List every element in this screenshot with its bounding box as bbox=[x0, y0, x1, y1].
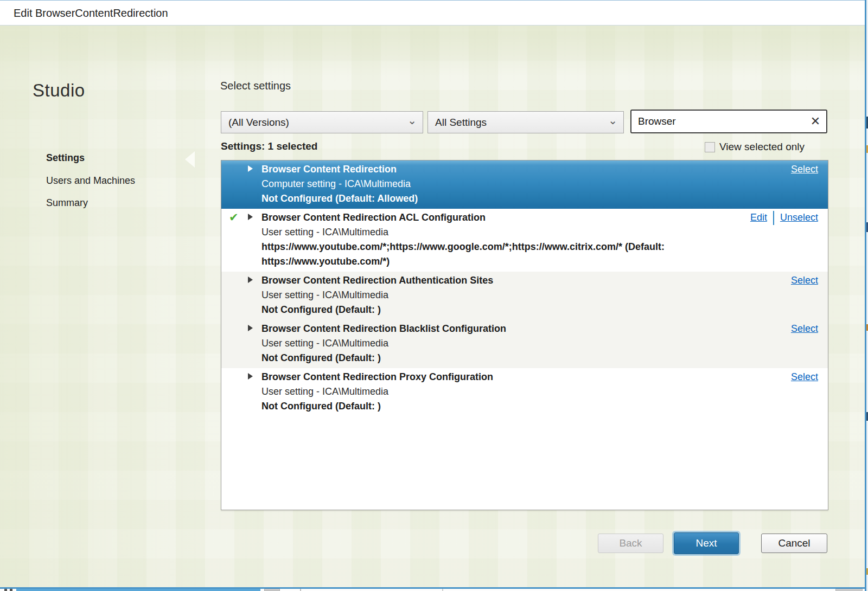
setting-title: Browser Content Redirection ACL Configur… bbox=[261, 210, 486, 225]
back-button[interactable]: Back bbox=[598, 534, 663, 553]
setting-actions: EditUnselect bbox=[750, 210, 818, 225]
scrollbar-fragment bbox=[300, 589, 301, 591]
setting-value: Not Configured (Default: ) bbox=[261, 303, 769, 317]
version-dropdown[interactable]: (All Versions) ⌄ bbox=[221, 111, 423, 133]
select-link[interactable]: Select bbox=[791, 322, 818, 336]
setting-title: Browser Content Redirection Blacklist Co… bbox=[261, 322, 506, 336]
sidebar-item-settings[interactable]: Settings bbox=[46, 152, 85, 164]
selected-count-label: Settings: 1 selected bbox=[221, 140, 317, 152]
active-step-notch bbox=[185, 151, 195, 168]
setting-scope: User setting - ICA\Multimedia bbox=[261, 384, 818, 399]
dialog-right-border bbox=[865, 0, 866, 591]
setting-scope: User setting - ICA\Multimedia bbox=[261, 288, 818, 303]
chevron-down-icon: ⌄ bbox=[407, 114, 417, 127]
next-button[interactable]: Next bbox=[674, 532, 739, 554]
scrollbar-thumb-fragment bbox=[264, 589, 280, 591]
view-selected-only-control: View selected only bbox=[705, 141, 805, 153]
edit-link[interactable]: Edit bbox=[750, 210, 767, 225]
expand-arrow-icon[interactable] bbox=[248, 277, 253, 283]
select-link[interactable]: Select bbox=[791, 273, 818, 288]
setting-actions: Select bbox=[791, 273, 818, 288]
view-selected-only-checkbox[interactable] bbox=[705, 142, 715, 152]
setting-actions: Select bbox=[791, 370, 818, 384]
setting-actions: Select bbox=[791, 162, 818, 177]
clear-search-icon[interactable]: ✕ bbox=[805, 111, 826, 132]
setting-title: Browser Content Redirection bbox=[261, 162, 397, 177]
setting-scope: User setting - ICA\Multimedia bbox=[261, 225, 818, 240]
scrollbar-fragment bbox=[10, 589, 12, 591]
dialog-title: Edit BrowserContentRedirection bbox=[14, 1, 168, 25]
select-link[interactable]: Select bbox=[791, 162, 818, 177]
setting-value: Not Configured (Default: Allowed) bbox=[261, 191, 769, 206]
search-box: ✕ bbox=[630, 110, 827, 133]
setting-title: Browser Content Redirection Authenticati… bbox=[261, 273, 493, 288]
setting-value: Not Configured (Default: ) bbox=[261, 351, 769, 365]
sidebar-item-summary[interactable]: Summary bbox=[46, 197, 88, 209]
expand-arrow-icon[interactable] bbox=[248, 325, 253, 331]
setting-row[interactable]: Browser Content Redirection Proxy Config… bbox=[221, 368, 828, 416]
search-input[interactable] bbox=[631, 115, 805, 127]
setting-actions: Select bbox=[791, 322, 818, 336]
setting-row[interactable]: Browser Content Redirection Blacklist Co… bbox=[221, 320, 828, 368]
version-dropdown-value: (All Versions) bbox=[228, 117, 289, 129]
chevron-down-icon: ⌄ bbox=[608, 114, 617, 127]
scrollbar-fragment bbox=[16, 589, 260, 591]
settings-list: Browser Content RedirectionSelectCompute… bbox=[221, 160, 828, 510]
unselect-link[interactable]: Unselect bbox=[780, 210, 818, 225]
sidebar-item-users-and-machines[interactable]: Users and Machines bbox=[46, 175, 135, 187]
selected-check-icon: ✔ bbox=[229, 210, 239, 224]
category-dropdown[interactable]: All Settings ⌄ bbox=[427, 111, 624, 133]
setting-scope: User setting - ICA\Multimedia bbox=[261, 336, 818, 351]
sidebar-panel bbox=[0, 25, 201, 588]
select-link[interactable]: Select bbox=[791, 370, 818, 384]
scrollbar-fragment bbox=[4, 589, 7, 591]
expand-arrow-icon[interactable] bbox=[248, 165, 253, 172]
setting-title: Browser Content Redirection Proxy Config… bbox=[261, 370, 493, 384]
expand-arrow-icon[interactable] bbox=[248, 214, 253, 220]
setting-row[interactable]: Browser Content RedirectionSelectCompute… bbox=[221, 160, 828, 209]
setting-value: Not Configured (Default: ) bbox=[261, 399, 769, 414]
expand-arrow-icon[interactable] bbox=[248, 373, 253, 380]
setting-row[interactable]: Browser Content Redirection Authenticati… bbox=[221, 272, 828, 320]
setting-row[interactable]: ✔Browser Content Redirection ACL Configu… bbox=[221, 209, 828, 272]
dialog-titlebar: Edit BrowserContentRedirection bbox=[0, 0, 868, 25]
scrollbar-fragment bbox=[835, 589, 863, 591]
studio-brand: Studio bbox=[33, 80, 85, 101]
scrollbar-fragment bbox=[442, 589, 443, 591]
category-dropdown-value: All Settings bbox=[435, 117, 487, 129]
page-title: Select settings bbox=[220, 80, 291, 92]
cancel-button[interactable]: Cancel bbox=[761, 534, 827, 553]
setting-scope: Computer setting - ICA\Multimedia bbox=[261, 177, 818, 191]
view-selected-only-label: View selected only bbox=[719, 141, 805, 153]
action-separator bbox=[773, 211, 774, 225]
setting-value: https://www.youtube.com/*;https://www.go… bbox=[261, 240, 769, 269]
